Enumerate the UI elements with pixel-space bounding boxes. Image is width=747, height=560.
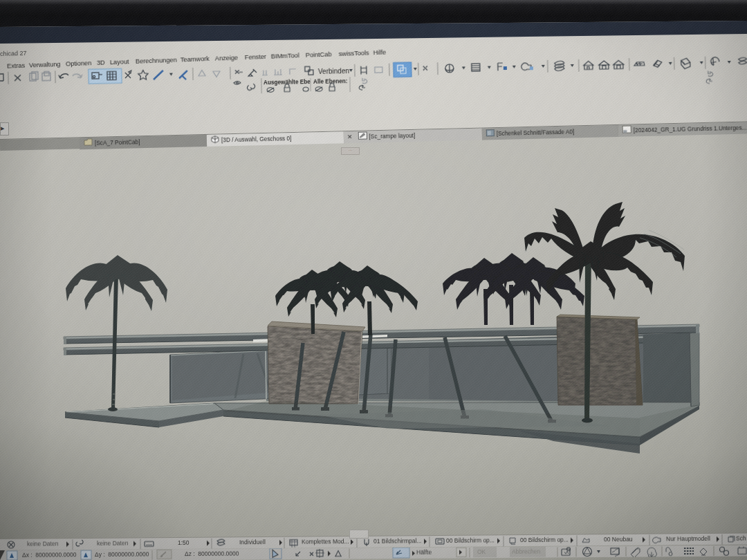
svg-text:Ausgewählte Ebe: Ausgewählte Ebe	[264, 79, 311, 86]
svg-text:Verbinden: Verbinden	[318, 67, 349, 75]
